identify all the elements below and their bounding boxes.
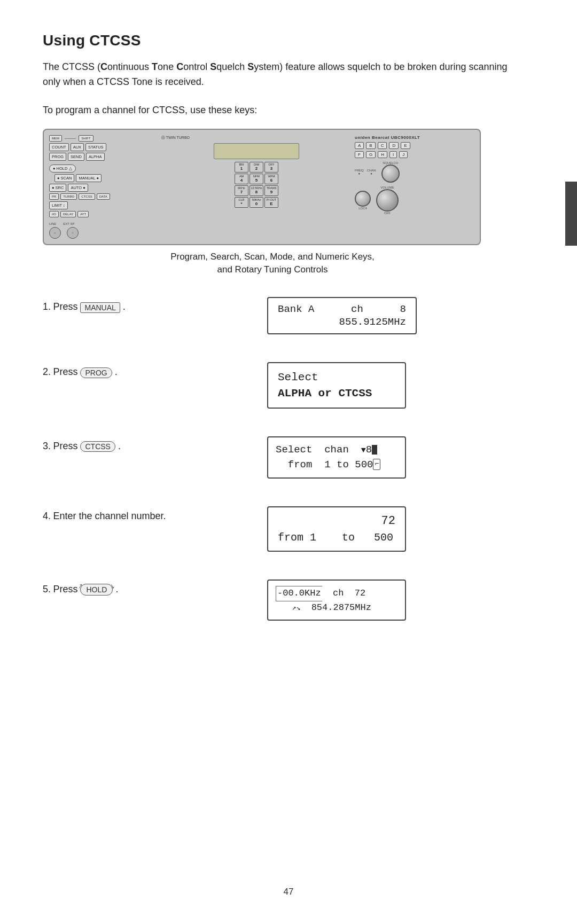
scanner-right: uniden Bearcat UBC9000XLT A B C D E F G … <box>352 135 474 239</box>
manual-button-label: MANUAL <box>80 302 120 313</box>
step-4-text: Enter the channel number. <box>53 511 166 521</box>
step-5: 5. Press HOLD ↗ ↘ . -00.0KHz ch 72 ↗↘ 85… <box>43 580 534 621</box>
edge-bar <box>565 182 577 246</box>
scanner-diagram: MEM ───── SHIFT COUNT AUX STATUS PROG SE… <box>43 129 481 245</box>
keys-intro: To program a channel for CTCSS, use thes… <box>43 105 534 116</box>
step-2-display: Select ALPHA or CTCSS <box>267 362 406 409</box>
ctcss-button-label: CTCSS <box>80 441 115 452</box>
step-3-text: Press CTCSS . <box>53 441 120 451</box>
step-3: 3. Press CTCSS . Select chan ▼8 from 1 t… <box>43 436 534 479</box>
step-3-number: 3. <box>43 441 51 451</box>
step-1-text: Press MANUAL . <box>53 301 125 312</box>
step-4: 4. Enter the channel number. 72 from 1 t… <box>43 506 534 552</box>
scanner-middle: ⓪ TWIN TURBO BRI1 DIM2 OFF3 AM4 NFM5 WFM… <box>161 135 352 239</box>
step-1: 1. Press MANUAL . Bank A ch 8 855.9125MH… <box>43 297 534 334</box>
step-2-text: Press PROG . <box>53 366 117 377</box>
step-1-number: 1. <box>43 301 51 312</box>
step-5-display: -00.0KHz ch 72 ↗↘ 854.2875MHz <box>267 580 406 621</box>
step-3-display: Select chan ▼8 from 1 to 500⌐ <box>267 436 406 479</box>
page-title: Using CTCSS <box>43 32 534 49</box>
intro-text: The CTCSS (Continuous Tone Control Squel… <box>43 60 508 90</box>
step-4-display: 72 from 1 to 500 <box>267 506 406 552</box>
step-4-number: 4. <box>43 511 51 521</box>
step-5-text: Press HOLD ↗ ↘ . <box>53 584 118 594</box>
prog-button-label: PROG <box>80 367 112 378</box>
scanner-left-panel: MEM ───── SHIFT COUNT AUX STATUS PROG SE… <box>49 135 161 239</box>
step-2: 2. Press PROG . Select ALPHA or CTCSS <box>43 362 534 409</box>
scanner-caption: Program, Search, Scan, Mode, and Numeric… <box>43 250 502 276</box>
page-number: 47 <box>284 887 294 897</box>
step-5-number: 5. <box>43 584 51 594</box>
step-1-display: Bank A ch 8 855.9125MHz <box>267 297 417 334</box>
step-2-number: 2. <box>43 366 51 377</box>
